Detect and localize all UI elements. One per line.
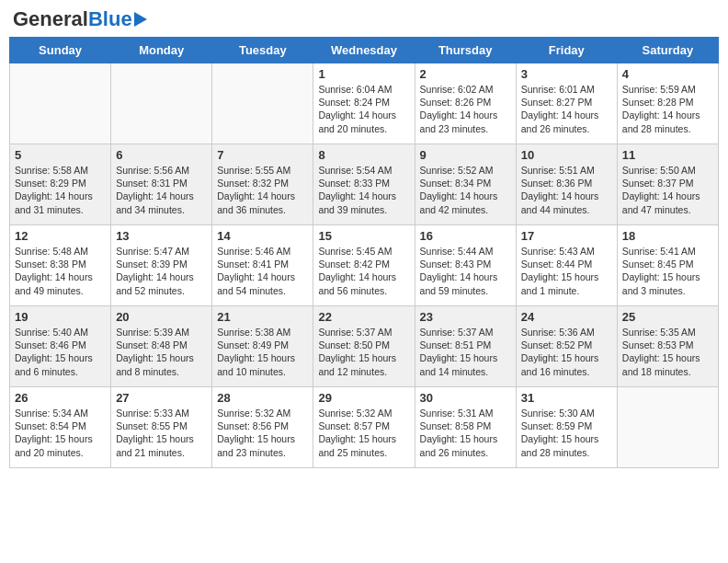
calendar-cell: 28Sunrise: 5:32 AM Sunset: 8:56 PM Dayli… <box>212 387 313 468</box>
day-header-thursday: Thursday <box>415 38 516 63</box>
calendar-body: 1Sunrise: 6:04 AM Sunset: 8:24 PM Daylig… <box>10 63 719 468</box>
day-number: 28 <box>217 391 308 405</box>
day-number: 18 <box>622 229 713 243</box>
logo: GeneralBlue <box>13 9 147 29</box>
day-header-friday: Friday <box>516 38 617 63</box>
day-details: Sunrise: 5:32 AM Sunset: 8:57 PM Dayligh… <box>318 407 409 459</box>
day-number: 19 <box>15 310 106 324</box>
calendar-week-2: 5Sunrise: 5:58 AM Sunset: 8:29 PM Daylig… <box>10 144 719 225</box>
calendar-cell: 14Sunrise: 5:46 AM Sunset: 8:41 PM Dayli… <box>212 225 313 306</box>
calendar-cell: 11Sunrise: 5:50 AM Sunset: 8:37 PM Dayli… <box>617 144 718 225</box>
day-number: 11 <box>622 148 713 162</box>
day-details: Sunrise: 5:34 AM Sunset: 8:54 PM Dayligh… <box>15 407 106 459</box>
day-number: 26 <box>15 391 106 405</box>
calendar-cell: 21Sunrise: 5:38 AM Sunset: 8:49 PM Dayli… <box>212 306 313 387</box>
day-number: 12 <box>15 229 106 243</box>
calendar-cell: 13Sunrise: 5:47 AM Sunset: 8:39 PM Dayli… <box>111 225 212 306</box>
day-number: 10 <box>521 148 612 162</box>
day-details: Sunrise: 6:01 AM Sunset: 8:27 PM Dayligh… <box>521 83 612 135</box>
calendar-cell: 31Sunrise: 5:30 AM Sunset: 8:59 PM Dayli… <box>516 387 617 468</box>
day-header-wednesday: Wednesday <box>313 38 415 63</box>
logo-blue-text: Blue <box>88 7 132 30</box>
day-number: 14 <box>217 229 308 243</box>
day-details: Sunrise: 5:44 AM Sunset: 8:43 PM Dayligh… <box>420 245 511 297</box>
day-header-tuesday: Tuesday <box>212 38 313 63</box>
day-number: 31 <box>521 391 612 405</box>
logo-text: GeneralBlue <box>13 9 132 29</box>
day-number: 2 <box>420 67 511 81</box>
day-number: 16 <box>420 229 511 243</box>
day-number: 23 <box>420 310 511 324</box>
day-details: Sunrise: 5:48 AM Sunset: 8:38 PM Dayligh… <box>15 245 106 297</box>
day-number: 5 <box>15 148 106 162</box>
calendar-week-3: 12Sunrise: 5:48 AM Sunset: 8:38 PM Dayli… <box>10 225 719 306</box>
day-header-sunday: Sunday <box>10 38 111 63</box>
calendar-header-row: SundayMondayTuesdayWednesdayThursdayFrid… <box>10 38 719 63</box>
day-number: 25 <box>622 310 713 324</box>
day-details: Sunrise: 5:56 AM Sunset: 8:31 PM Dayligh… <box>116 164 207 216</box>
calendar-cell: 12Sunrise: 5:48 AM Sunset: 8:38 PM Dayli… <box>10 225 111 306</box>
day-details: Sunrise: 5:58 AM Sunset: 8:29 PM Dayligh… <box>15 164 106 216</box>
calendar-week-4: 19Sunrise: 5:40 AM Sunset: 8:46 PM Dayli… <box>10 306 719 387</box>
day-details: Sunrise: 5:43 AM Sunset: 8:44 PM Dayligh… <box>521 245 612 297</box>
calendar-cell: 9Sunrise: 5:52 AM Sunset: 8:34 PM Daylig… <box>415 144 516 225</box>
calendar-cell: 20Sunrise: 5:39 AM Sunset: 8:48 PM Dayli… <box>111 306 212 387</box>
day-number: 17 <box>521 229 612 243</box>
calendar-cell: 10Sunrise: 5:51 AM Sunset: 8:36 PM Dayli… <box>516 144 617 225</box>
day-number: 27 <box>116 391 207 405</box>
day-details: Sunrise: 5:33 AM Sunset: 8:55 PM Dayligh… <box>116 407 207 459</box>
calendar-cell: 17Sunrise: 5:43 AM Sunset: 8:44 PM Dayli… <box>516 225 617 306</box>
day-details: Sunrise: 6:04 AM Sunset: 8:24 PM Dayligh… <box>318 83 409 135</box>
logo-general: General <box>13 7 88 30</box>
day-number: 24 <box>521 310 612 324</box>
calendar-cell: 18Sunrise: 5:41 AM Sunset: 8:45 PM Dayli… <box>617 225 718 306</box>
day-details: Sunrise: 5:40 AM Sunset: 8:46 PM Dayligh… <box>15 326 106 378</box>
calendar-cell: 30Sunrise: 5:31 AM Sunset: 8:58 PM Dayli… <box>415 387 516 468</box>
logo-arrow-icon <box>134 12 147 27</box>
day-details: Sunrise: 5:50 AM Sunset: 8:37 PM Dayligh… <box>622 164 713 216</box>
day-details: Sunrise: 5:45 AM Sunset: 8:42 PM Dayligh… <box>318 245 409 297</box>
day-details: Sunrise: 5:51 AM Sunset: 8:36 PM Dayligh… <box>521 164 612 216</box>
calendar-cell: 6Sunrise: 5:56 AM Sunset: 8:31 PM Daylig… <box>111 144 212 225</box>
day-details: Sunrise: 5:54 AM Sunset: 8:33 PM Dayligh… <box>318 164 409 216</box>
day-details: Sunrise: 5:55 AM Sunset: 8:32 PM Dayligh… <box>217 164 308 216</box>
day-number: 22 <box>318 310 409 324</box>
calendar-cell: 15Sunrise: 5:45 AM Sunset: 8:42 PM Dayli… <box>313 225 415 306</box>
day-number: 8 <box>318 148 409 162</box>
calendar-cell: 3Sunrise: 6:01 AM Sunset: 8:27 PM Daylig… <box>516 63 617 144</box>
calendar-cell: 24Sunrise: 5:36 AM Sunset: 8:52 PM Dayli… <box>516 306 617 387</box>
day-number: 13 <box>116 229 207 243</box>
day-details: Sunrise: 5:31 AM Sunset: 8:58 PM Dayligh… <box>420 407 511 459</box>
day-details: Sunrise: 6:02 AM Sunset: 8:26 PM Dayligh… <box>420 83 511 135</box>
day-header-monday: Monday <box>111 38 212 63</box>
day-details: Sunrise: 5:38 AM Sunset: 8:49 PM Dayligh… <box>217 326 308 378</box>
calendar-cell: 22Sunrise: 5:37 AM Sunset: 8:50 PM Dayli… <box>313 306 415 387</box>
calendar-cell: 23Sunrise: 5:37 AM Sunset: 8:51 PM Dayli… <box>415 306 516 387</box>
calendar-cell <box>212 63 313 144</box>
day-details: Sunrise: 5:32 AM Sunset: 8:56 PM Dayligh… <box>217 407 308 459</box>
calendar-cell <box>617 387 718 468</box>
day-header-saturday: Saturday <box>617 38 718 63</box>
day-details: Sunrise: 5:52 AM Sunset: 8:34 PM Dayligh… <box>420 164 511 216</box>
day-details: Sunrise: 5:37 AM Sunset: 8:50 PM Dayligh… <box>318 326 409 378</box>
day-details: Sunrise: 5:35 AM Sunset: 8:53 PM Dayligh… <box>622 326 713 378</box>
calendar-cell: 25Sunrise: 5:35 AM Sunset: 8:53 PM Dayli… <box>617 306 718 387</box>
calendar-cell: 5Sunrise: 5:58 AM Sunset: 8:29 PM Daylig… <box>10 144 111 225</box>
day-details: Sunrise: 5:36 AM Sunset: 8:52 PM Dayligh… <box>521 326 612 378</box>
day-number: 1 <box>318 67 409 81</box>
day-number: 9 <box>420 148 511 162</box>
day-number: 30 <box>420 391 511 405</box>
day-details: Sunrise: 5:39 AM Sunset: 8:48 PM Dayligh… <box>116 326 207 378</box>
calendar-cell: 26Sunrise: 5:34 AM Sunset: 8:54 PM Dayli… <box>10 387 111 468</box>
calendar-cell: 29Sunrise: 5:32 AM Sunset: 8:57 PM Dayli… <box>313 387 415 468</box>
day-details: Sunrise: 5:30 AM Sunset: 8:59 PM Dayligh… <box>521 407 612 459</box>
day-number: 6 <box>116 148 207 162</box>
day-number: 29 <box>318 391 409 405</box>
day-details: Sunrise: 5:37 AM Sunset: 8:51 PM Dayligh… <box>420 326 511 378</box>
day-details: Sunrise: 5:47 AM Sunset: 8:39 PM Dayligh… <box>116 245 207 297</box>
calendar-cell: 16Sunrise: 5:44 AM Sunset: 8:43 PM Dayli… <box>415 225 516 306</box>
calendar-cell: 27Sunrise: 5:33 AM Sunset: 8:55 PM Dayli… <box>111 387 212 468</box>
day-details: Sunrise: 5:59 AM Sunset: 8:28 PM Dayligh… <box>622 83 713 135</box>
day-number: 3 <box>521 67 612 81</box>
calendar-cell: 4Sunrise: 5:59 AM Sunset: 8:28 PM Daylig… <box>617 63 718 144</box>
